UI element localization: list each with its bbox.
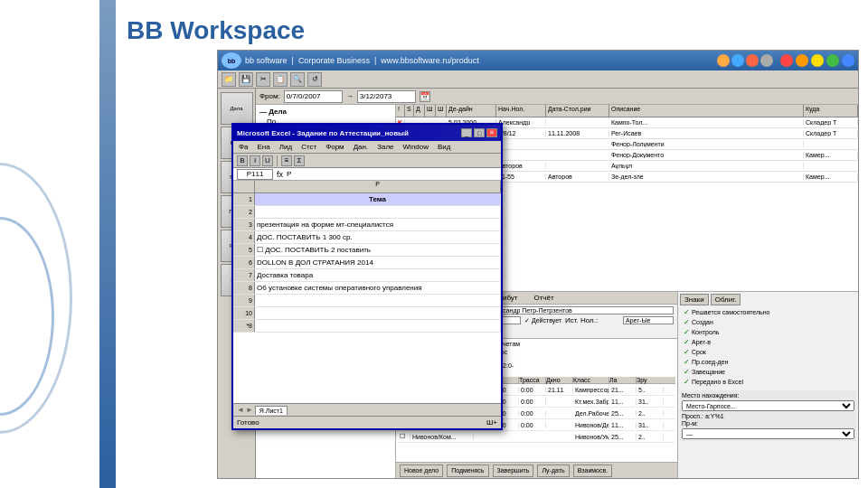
excel-sheet-nav-left[interactable]: ◄ [237,406,244,414]
task-person-6: 11-55 [496,174,546,180]
excel-name-box[interactable] [237,169,273,180]
excel-row-1[interactable]: 1 Тема [233,193,501,206]
excel-menu-dan[interactable]: Дан. [352,143,371,151]
ctx-item-7: ✓ Завещание [680,367,856,377]
footer-btn-podmenyays[interactable]: Подменясь [447,465,488,477]
td-col4: Трасса [519,377,546,383]
excel-window-controls[interactable]: _ □ ✕ [461,128,497,137]
excel-cell-7[interactable]: Доставка товара [255,269,501,281]
nav-icon-yellow[interactable] [811,54,824,67]
filter-bar: Фром: → 📅 [256,89,858,105]
ctx-item-4-label: Арег-в [692,339,711,345]
col-header-desc: Описание [609,105,804,117]
excel-rows-container[interactable]: 1 Тема 2 3 презентация на форме мт-специ… [233,193,501,403]
excel-row-9[interactable]: 9 [233,295,501,307]
nav-icon-orange[interactable] [796,54,808,67]
ctx-location-select[interactable]: Место-Гарпосе... [682,400,854,411]
excel-close-btn[interactable]: ✕ [486,128,497,137]
task-person-5: Авторов [496,163,546,169]
nav-icon-red[interactable] [780,54,793,67]
schedule-tab-report[interactable]: Отчёт [529,292,558,304]
excel-row-11[interactable]: *8 [233,320,501,333]
toolbar-icon-5[interactable]: 🔍 [290,72,305,87]
excel-menu-form[interactable]: Форм [324,143,345,151]
ctx-tab-options[interactable]: Облиг. [711,294,741,305]
excel-tb-2[interactable]: I [250,155,260,166]
filter-arrow: → [346,92,354,100]
excel-cell-10[interactable] [255,307,501,319]
excel-row-10[interactable]: 10 [233,307,501,320]
nav-icon-group[interactable] [780,54,854,67]
excel-row-8[interactable]: 8 Об установке системы оперативного упра… [233,282,501,295]
footer-btn-new[interactable]: Новое дело [400,465,443,477]
ctx-item-8-label: Передано в Excel [692,379,743,385]
ctx-item-3-label: Контроль [692,329,719,335]
excel-sheet-tab-1[interactable]: Я.Лист1 [255,406,288,415]
excel-tb-5[interactable]: Σ [294,155,305,166]
calendar-icon[interactable]: 📅 [420,91,430,102]
toolbar-icon-4[interactable]: 📋 [273,72,288,87]
excel-menu-fa[interactable]: Фа [237,143,250,151]
excel-row-2[interactable]: 2 [233,206,501,219]
excel-cell-9[interactable] [255,295,501,306]
excel-cell-4[interactable]: ДОС. ПОСТАВИТЬ 1 300 ср. [255,231,501,243]
filter-to-input[interactable] [357,90,416,103]
tree-item-dela[interactable]: — Дела [258,107,393,117]
excel-cell-3[interactable]: презентация на форме мт-специалистся [255,219,501,230]
sidebar-btn-dela[interactable]: Дела [221,92,253,125]
form-status-value[interactable]: Арег-Ые [623,316,674,324]
footer-btn-vzaimsv[interactable]: Взаимосв. [573,465,613,477]
excel-cell-8[interactable]: Об установке системы оперативного управл… [255,282,501,294]
excel-sheet-nav-right[interactable]: ► [246,406,253,414]
excel-cell-6[interactable]: DОLLON В ДОЛ СТРАТАНИЯ 2014 [255,257,501,268]
sched-row-5[interactable]: ☐ Нивонов/Ком... Нивонов/Ум.. 25... [398,431,675,443]
excel-minimize-btn[interactable]: _ [461,128,472,137]
toolbar-icon-1[interactable]: 📁 [222,72,236,87]
ctx-tab-status[interactable]: Знаки [680,294,709,305]
filter-from-label: Фром: [259,92,280,100]
ctx-item-1: ✓ Решается самостоятельно [680,307,856,317]
task-dest-1: Складер Т [804,119,858,126]
excel-cell-1[interactable]: Тема [255,193,501,205]
excel-tb-3[interactable]: U [262,155,273,166]
excel-formula-separator: fx [273,170,287,179]
excel-row-7[interactable]: 7 Доставка товара [233,269,501,282]
task-dest-2: Складер Т [804,130,858,136]
toolbar-icon-6[interactable]: ↺ [307,72,322,87]
excel-rownum-3: 3 [233,219,255,230]
nav-icon-blue[interactable] [842,54,854,67]
app-screenshot: bb bb software | Corporate Business | ww… [217,50,859,479]
avatar-3 [746,54,759,67]
task-desc-5: Аульул [609,163,804,169]
excel-row-4[interactable]: 4 ДОС. ПОСТАВИТЬ 1 300 ср. [233,231,501,244]
excel-formula-bar: fx P [233,168,501,181]
footer-btn-finish[interactable]: Завершить [493,465,534,477]
toolbar-icon-2[interactable]: 💾 [239,72,253,87]
footer-btn-lu[interactable]: Лу-дать [537,465,569,477]
excel-tb-1[interactable]: B [237,155,248,166]
excel-menu-ena[interactable]: Ена [256,143,272,151]
nav-icon-green[interactable] [826,54,839,67]
ctx-item-5-label: Срок [692,349,706,355]
excel-row-5[interactable]: 5 ☐ ДОС. ПОСТАВИТЬ 2 поставить [233,244,501,257]
toolbar-icon-3[interactable]: ✂ [256,72,270,87]
excel-menu-window[interactable]: Window [401,143,430,151]
excel-tb-4[interactable]: ≡ [281,155,292,166]
excel-row-3[interactable]: 3 презентация на форме мт-специалистся [233,219,501,231]
excel-cell-5[interactable]: ☐ ДОС. ПОСТАВИТЬ 2 поставить [255,244,501,256]
excel-menubar: Фа Ена Лид Стст Форм Дан. Зале Window Ви… [233,141,501,154]
excel-cell-11[interactable] [255,320,501,332]
ctx-param-select[interactable]: — [682,428,854,439]
col-header-d: Д [414,105,425,117]
ctx-item-3: ✓ Контроль [680,327,856,337]
excel-cell-2[interactable] [255,206,501,218]
excel-toolbar-sep [277,155,278,166]
excel-menu-stst[interactable]: Стст [299,143,318,151]
excel-row-6[interactable]: 6 DОLLON В ДОЛ СТРАТАНИЯ 2014 [233,257,501,269]
excel-menu-zale[interactable]: Зале [375,143,395,151]
excel-menu-lid[interactable]: Лид [278,143,294,151]
excel-menu-vid[interactable]: Вид [436,143,452,151]
excel-title-text: Microsoft Excel - Задание по Аттестации_… [237,129,409,137]
filter-from-input[interactable] [284,90,343,103]
excel-restore-btn[interactable]: □ [474,128,485,137]
